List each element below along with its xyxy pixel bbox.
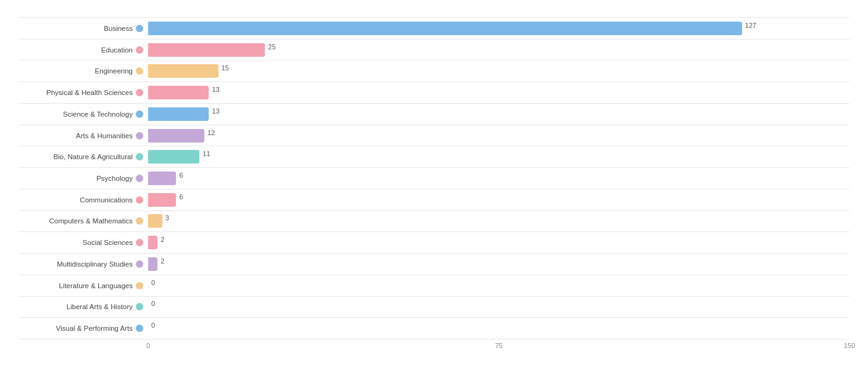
bar-label-text: Multidisciplinary Studies xyxy=(57,260,133,268)
bar-track: 6 xyxy=(148,189,849,210)
bar-value-label: 3 xyxy=(165,214,169,222)
bar-row: Education25 xyxy=(19,39,849,61)
bar-track: 2 xyxy=(148,254,849,275)
label-dot xyxy=(136,89,143,96)
bar-value-label: 0 xyxy=(151,279,155,286)
bar-track: 11 xyxy=(148,146,849,167)
bar-track: 6 xyxy=(148,168,849,189)
bar-label-text: Visual & Performing Arts xyxy=(56,325,133,332)
x-axis-tick: 150 xyxy=(844,342,855,349)
bar-fill: 2 xyxy=(148,257,157,271)
x-axis: 075150 xyxy=(148,339,849,342)
bar-label: Multidisciplinary Studies xyxy=(19,260,148,268)
bar-fill: 2 xyxy=(148,236,157,249)
label-dot xyxy=(136,110,143,118)
bar-value-label: 6 xyxy=(179,172,183,179)
bar-row: Business127 xyxy=(19,17,849,39)
bar-track: 13 xyxy=(148,104,849,125)
bar-label: Communications xyxy=(19,196,148,204)
label-dot xyxy=(136,25,143,32)
label-dot xyxy=(136,153,143,160)
bar-label: Bio, Nature & Agricultural xyxy=(19,153,148,160)
label-dot xyxy=(136,303,143,310)
bar-label-text: Literature & Languages xyxy=(59,282,133,289)
bar-label: Computers & Mathematics xyxy=(19,217,148,225)
label-dot xyxy=(136,260,143,268)
label-dot xyxy=(136,239,143,246)
bar-track: 0 xyxy=(148,318,849,339)
bar-label-text: Bio, Nature & Agricultural xyxy=(54,153,133,160)
bar-track: 0 xyxy=(148,297,849,318)
bar-value-label: 13 xyxy=(212,86,219,93)
bar-label-text: Social Sciences xyxy=(83,239,133,246)
bar-track: 127 xyxy=(148,18,849,39)
bar-value-label: 12 xyxy=(207,129,215,136)
bar-track: 3 xyxy=(148,211,849,232)
bar-label-text: Computers & Mathematics xyxy=(49,217,133,225)
bar-row: Multidisciplinary Studies2 xyxy=(19,254,849,275)
label-dot xyxy=(136,175,143,182)
bar-value-label: 0 xyxy=(151,322,155,329)
chart-container: Business127Education25Engineering15Physi… xyxy=(0,0,868,390)
bar-label: Liberal Arts & History xyxy=(19,303,148,310)
bar-row: Social Sciences2 xyxy=(19,232,849,254)
bar-track: 25 xyxy=(148,39,849,60)
bar-fill: 127 xyxy=(148,22,742,35)
bar-fill: 25 xyxy=(148,43,265,57)
label-dot xyxy=(136,325,143,332)
bar-track: 12 xyxy=(148,125,849,146)
bar-label: Science & Technology xyxy=(19,110,148,118)
x-axis-tick: 75 xyxy=(495,342,503,349)
bar-row: Science & Technology13 xyxy=(19,104,849,125)
bar-label-text: Communications xyxy=(80,196,133,204)
bar-label: Visual & Performing Arts xyxy=(19,325,148,332)
bar-label: Business xyxy=(19,25,148,32)
bar-label-text: Engineering xyxy=(95,67,133,75)
bar-value-label: 2 xyxy=(161,236,164,243)
bar-label: Literature & Languages xyxy=(19,282,148,289)
bar-row: Visual & Performing Arts0 xyxy=(19,318,849,339)
bar-value-label: 127 xyxy=(745,22,756,29)
bar-label: Education xyxy=(19,46,148,54)
bar-value-label: 15 xyxy=(222,64,229,72)
bar-label: Arts & Humanities xyxy=(19,132,148,139)
bar-row: Bio, Nature & Agricultural11 xyxy=(19,146,849,168)
bar-fill: 12 xyxy=(148,129,204,143)
x-axis-tick: 0 xyxy=(146,342,150,349)
bar-row: Psychology6 xyxy=(19,168,849,189)
bar-label: Psychology xyxy=(19,175,148,182)
bar-value-label: 6 xyxy=(179,193,183,201)
bars-section: Business127Education25Engineering15Physi… xyxy=(19,17,849,339)
label-dot xyxy=(136,132,143,139)
bar-label-text: Psychology xyxy=(96,175,133,182)
bar-fill: 11 xyxy=(148,150,199,164)
label-dot xyxy=(136,46,143,54)
bar-row: Computers & Mathematics3 xyxy=(19,211,849,233)
bar-fill: 13 xyxy=(148,107,209,121)
bar-track: 2 xyxy=(148,232,849,253)
chart-area: Business127Education25Engineering15Physi… xyxy=(19,17,849,339)
label-dot xyxy=(136,196,143,204)
bar-fill: 6 xyxy=(148,172,176,185)
bar-value-label: 11 xyxy=(202,150,210,157)
bar-label-text: Physical & Health Sciences xyxy=(46,89,133,96)
label-dot xyxy=(136,282,143,289)
bar-label: Physical & Health Sciences xyxy=(19,89,148,96)
bar-label-text: Liberal Arts & History xyxy=(67,303,133,310)
bar-value-label: 13 xyxy=(212,107,219,115)
bar-track: 13 xyxy=(148,82,849,103)
bar-row: Communications6 xyxy=(19,189,849,211)
bar-fill: 6 xyxy=(148,193,176,207)
bar-row: Liberal Arts & History0 xyxy=(19,297,849,318)
bar-track: 0 xyxy=(148,275,849,296)
bar-value-label: 2 xyxy=(161,257,164,265)
bar-value-label: 25 xyxy=(268,43,275,51)
bar-label: Social Sciences xyxy=(19,239,148,246)
bar-label-text: Business xyxy=(104,25,133,32)
bar-label-text: Arts & Humanities xyxy=(76,132,133,139)
bar-row: Arts & Humanities12 xyxy=(19,125,849,147)
bar-fill: 13 xyxy=(148,86,209,99)
bar-row: Physical & Health Sciences13 xyxy=(19,82,849,104)
bar-label-text: Science & Technology xyxy=(63,110,133,118)
bar-track: 15 xyxy=(148,60,849,81)
